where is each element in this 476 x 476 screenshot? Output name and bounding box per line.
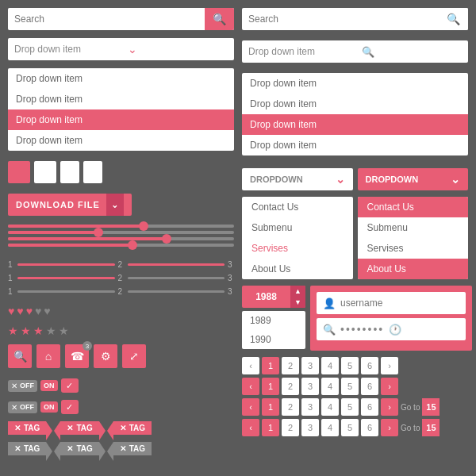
- menu-item-services[interactable]: Servises: [242, 238, 353, 259]
- list-item[interactable]: Drop down item: [8, 68, 234, 89]
- menu-item-submenu-pink[interactable]: Submenu: [358, 217, 469, 238]
- slider-track[interactable]: [8, 237, 234, 240]
- dropdown-button-pink[interactable]: DROPDOWN ⌄: [358, 168, 469, 190]
- rect-button-2[interactable]: [83, 161, 102, 183]
- page-button-6d[interactable]: 6: [361, 419, 378, 436]
- step-slider-3[interactable]: 1 2 3: [8, 287, 234, 296]
- menu-item-contact[interactable]: Contact Us: [242, 197, 353, 217]
- page-button-1d[interactable]: 1: [262, 419, 279, 436]
- tag-gray-3[interactable]: ✕ TAG: [113, 442, 152, 455]
- star-icon-filled[interactable]: ★: [8, 324, 18, 337]
- search-button-gray[interactable]: 🔍: [439, 8, 468, 30]
- username-field[interactable]: 👤: [317, 292, 466, 314]
- page-button-1b[interactable]: 1: [262, 378, 279, 395]
- search-bar-2[interactable]: 🔍: [242, 8, 468, 30]
- page-button-5[interactable]: 5: [341, 357, 359, 374]
- heart-icon-filled[interactable]: ♥: [8, 305, 14, 317]
- page-button-3[interactable]: 3: [301, 357, 319, 374]
- page-button-1[interactable]: 1: [262, 357, 279, 374]
- hearts-row[interactable]: ♥ ♥ ♥ ♥ ♥: [8, 305, 234, 317]
- menu-item-about-pink[interactable]: About Us: [358, 259, 469, 279]
- slider-track[interactable]: [8, 244, 234, 247]
- list-item[interactable]: Drop down item: [242, 73, 468, 94]
- spin-item-2[interactable]: 1990: [242, 330, 305, 349]
- password-field[interactable]: 🔍 •••••••• 🕐: [317, 318, 466, 340]
- page-button-5c[interactable]: 5: [341, 398, 359, 416]
- next-page-button[interactable]: ›: [381, 357, 398, 374]
- download-file-button[interactable]: DOWNLOAD FILE ⌄: [8, 194, 132, 216]
- list-item[interactable]: Drop down item: [242, 94, 468, 114]
- star-icon-filled[interactable]: ★: [33, 324, 44, 337]
- menu-item-contact-pink[interactable]: Contact Us: [358, 197, 469, 217]
- list-item-active[interactable]: Drop down item: [242, 114, 468, 135]
- tag-2[interactable]: ✕ TAG: [60, 421, 98, 435]
- phone-icon-button[interactable]: ☎ 3: [65, 344, 89, 368]
- prev-page-button[interactable]: ‹: [242, 357, 259, 374]
- spin-down-button[interactable]: ▼: [290, 297, 305, 308]
- dropdown-select-1[interactable]: Drop down item ⌄: [8, 38, 234, 60]
- heart-icon-empty[interactable]: ♥: [44, 305, 50, 317]
- page-button-2[interactable]: 2: [282, 357, 299, 374]
- tag-3[interactable]: ✕ TAG: [113, 421, 152, 435]
- rect-button-1[interactable]: [60, 161, 79, 183]
- page-button-3b[interactable]: 3: [301, 378, 319, 395]
- spin-item-1[interactable]: 1989: [242, 311, 305, 330]
- spinbox-buttons[interactable]: ▲ ▼: [290, 286, 305, 308]
- slider-track[interactable]: [8, 225, 234, 228]
- slider-row-3[interactable]: [8, 237, 234, 240]
- menu-item-about[interactable]: About Us: [242, 259, 353, 279]
- page-button-3c[interactable]: 3: [301, 398, 319, 416]
- page-button-6[interactable]: 6: [361, 357, 378, 374]
- eye-icon[interactable]: 🕐: [389, 324, 401, 336]
- page-button-4d[interactable]: 4: [321, 419, 339, 436]
- step-slider-1[interactable]: 1 2 3: [8, 260, 234, 269]
- page-button-2d[interactable]: 2: [282, 419, 299, 436]
- search-input-1[interactable]: [8, 8, 205, 30]
- list-item[interactable]: Drop down item: [8, 89, 234, 109]
- next-page-button-pink[interactable]: ›: [381, 378, 398, 395]
- heart-icon-filled[interactable]: ♥: [26, 305, 33, 317]
- page-button-4c[interactable]: 4: [321, 398, 339, 416]
- star-icon-empty[interactable]: ★: [46, 324, 56, 337]
- goto-input[interactable]: [422, 398, 440, 416]
- dropdown-select-2[interactable]: Drop down item 🔍: [242, 40, 468, 63]
- page-button-6b[interactable]: 6: [361, 378, 378, 395]
- slider-thumb[interactable]: [139, 221, 148, 231]
- pink-square-button-1[interactable]: [8, 161, 30, 183]
- next-page-button-goto[interactable]: ›: [381, 398, 398, 416]
- tag-1[interactable]: ✕ TAG: [8, 421, 46, 435]
- slider-row-1[interactable]: [8, 225, 234, 228]
- search-button-1[interactable]: 🔍: [205, 8, 234, 30]
- search-icon-button[interactable]: 🔍: [8, 344, 32, 368]
- menu-item-services-pink[interactable]: Servises: [358, 238, 469, 259]
- slider-row-4[interactable]: [8, 244, 234, 247]
- slider-row-2[interactable]: [8, 231, 234, 234]
- list-item-active[interactable]: Drop down item: [8, 109, 234, 130]
- next-page-button-goto2[interactable]: ›: [381, 419, 398, 436]
- slider-track[interactable]: [8, 231, 234, 234]
- dropdown-button-white[interactable]: DROPDOWN ⌄: [242, 168, 353, 190]
- page-button-3d[interactable]: 3: [301, 419, 319, 436]
- slider-thumb[interactable]: [128, 240, 137, 250]
- page-button-4[interactable]: 4: [321, 357, 339, 374]
- toggle-on-1[interactable]: ON: [40, 380, 58, 391]
- page-button-2c[interactable]: 2: [282, 398, 299, 416]
- resize-icon-button[interactable]: ⤢: [122, 344, 146, 368]
- search-bar-1[interactable]: 🔍: [8, 8, 234, 30]
- spinbox[interactable]: 1988 ▲ ▼: [242, 286, 305, 308]
- star-icon-filled[interactable]: ★: [21, 324, 31, 337]
- step-slider-2[interactable]: 1 2 3: [8, 274, 234, 282]
- prev-page-button-goto[interactable]: ‹: [242, 398, 259, 416]
- tag-gray-2[interactable]: ✕ TAG: [60, 442, 98, 455]
- toggle-off-1[interactable]: ✕ OFF: [8, 380, 37, 392]
- heart-icon-empty[interactable]: ♥: [35, 305, 41, 317]
- page-button-6c[interactable]: 6: [361, 398, 378, 416]
- list-item[interactable]: Drop down item: [242, 135, 468, 155]
- prev-page-button-pink[interactable]: ‹: [242, 378, 259, 395]
- slider-thumb[interactable]: [162, 234, 171, 244]
- stars-row[interactable]: ★ ★ ★ ★ ★: [8, 324, 234, 337]
- home-icon-button[interactable]: ⌂: [36, 344, 60, 368]
- page-button-2b[interactable]: 2: [282, 378, 299, 395]
- username-input[interactable]: [340, 298, 459, 309]
- toggle-check-2[interactable]: ✓: [61, 400, 79, 414]
